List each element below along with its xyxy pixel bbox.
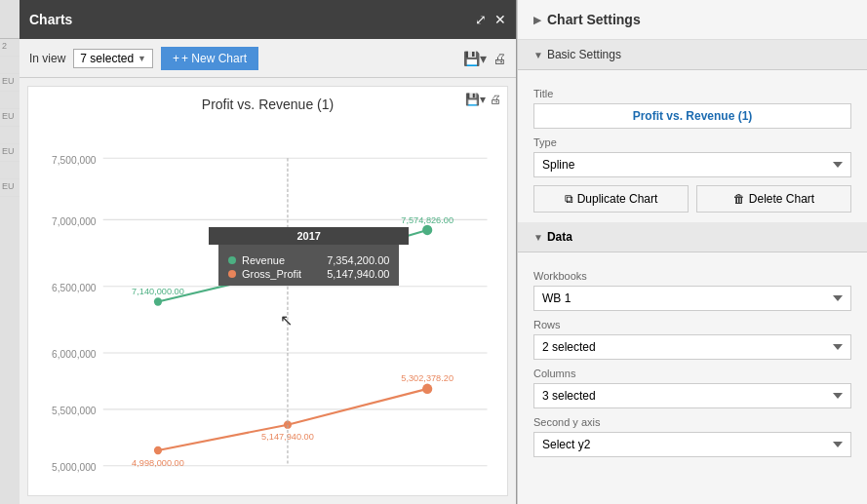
chart-container: 💾▾ 🖨 Profit vs. Revenue (1) 7,500,000 7,… — [27, 86, 508, 496]
data-section-label: Data — [547, 230, 572, 244]
charts-toolbar: In view 7 selected ▼ + + New Chart 💾▾ 🖨 — [20, 39, 516, 78]
chart-inner-icons: 💾▾ 🖨 — [465, 93, 501, 106]
data-section-header[interactable]: ▼ Data — [518, 222, 867, 252]
svg-point-20 — [422, 384, 432, 395]
svg-text:7,574,826.00: 7,574,826.00 — [401, 214, 453, 224]
selected-dropdown[interactable]: 7 selected ▼ — [73, 49, 153, 68]
svg-point-12 — [154, 297, 162, 305]
columns-select[interactable]: 3 selected — [533, 383, 851, 408]
duplicate-btn-label: Duplicate Chart — [577, 192, 658, 206]
delete-chart-button[interactable]: 🗑 Delete Chart — [696, 185, 851, 213]
svg-text:6,500,000: 6,500,000 — [52, 283, 97, 293]
duplicate-icon: ⧉ — [565, 192, 573, 206]
svg-text:7,000,000: 7,000,000 — [52, 216, 97, 227]
settings-title: Chart Settings — [547, 12, 641, 27]
svg-point-18 — [154, 446, 162, 454]
action-buttons-row: ⧉ Duplicate Chart 🗑 Delete Chart — [533, 185, 851, 213]
in-view-label: In view — [29, 52, 65, 65]
basic-settings-content: Title Type Spline ⧉ Duplicate Chart 🗑 De… — [518, 70, 867, 222]
svg-point-14 — [422, 225, 432, 236]
basic-settings-section-header[interactable]: ▼ Basic Settings — [518, 40, 867, 70]
selected-count-label: 7 selected — [80, 52, 134, 65]
data-chevron-icon: ▼ — [533, 232, 543, 243]
expand-icon[interactable]: ⤢ — [475, 12, 487, 27]
workbooks-select[interactable]: WB 1 — [533, 286, 851, 311]
new-chart-label: + New Chart — [181, 52, 247, 65]
workbooks-label: Workbooks — [533, 270, 851, 282]
title-field-label: Title — [533, 88, 851, 99]
chart-title: Profit vs. Revenue (1) — [28, 87, 507, 112]
charts-panel-header: Charts ⤢ ✕ — [20, 0, 516, 39]
delete-btn-label: Delete Chart — [749, 192, 814, 206]
data-section-content: Workbooks WB 1 Rows 2 selected Columns 3… — [518, 252, 867, 467]
svg-text:6,000,000: 6,000,000 — [52, 349, 97, 360]
new-chart-button[interactable]: + + New Chart — [161, 47, 258, 70]
duplicate-chart-button[interactable]: ⧉ Duplicate Chart — [533, 185, 689, 213]
title-input[interactable] — [533, 103, 851, 129]
svg-text:7,140,000.00: 7,140,000.00 — [132, 287, 184, 296]
save-dropdown-icon[interactable]: 💾▾ — [463, 51, 487, 66]
svg-text:5,000,000: 5,000,000 — [52, 462, 97, 473]
settings-chevron-right-icon: ▶ — [533, 15, 541, 25]
delete-icon: 🗑 — [733, 192, 745, 206]
chart-svg: 7,500,000 7,000,000 6,500,000 6,000,000 … — [28, 112, 507, 491]
type-field-label: Type — [533, 136, 851, 148]
basic-settings-chevron-icon: ▼ — [533, 50, 543, 60]
print-icon[interactable]: 🖨 — [493, 51, 506, 66]
charts-panel-title: Charts — [29, 12, 72, 27]
type-select[interactable]: Spline — [533, 152, 851, 177]
settings-header: ▶ Chart Settings — [518, 0, 867, 40]
dropdown-chevron-icon: ▼ — [138, 54, 146, 63]
close-icon[interactable]: ✕ — [494, 12, 506, 27]
svg-text:4,998,000.00: 4,998,000.00 — [132, 458, 184, 468]
chart-save-icon[interactable]: 💾▾ — [465, 93, 486, 106]
svg-text:5,302,378.20: 5,302,378.20 — [401, 373, 453, 383]
plus-icon: + — [173, 52, 179, 65]
svg-text:5,500,000: 5,500,000 — [52, 406, 97, 416]
rows-select[interactable]: 2 selected — [533, 334, 851, 360]
rows-label: Rows — [533, 319, 851, 330]
second-y-label: Second y axis — [533, 416, 851, 428]
basic-settings-label: Basic Settings — [547, 48, 621, 61]
chart-print-icon[interactable]: 🖨 — [490, 93, 501, 106]
columns-label: Columns — [533, 368, 851, 379]
svg-text:7,500,000: 7,500,000 — [52, 154, 97, 165]
second-y-select[interactable]: Select y2 Revenue Gross_Profit — [533, 432, 851, 457]
